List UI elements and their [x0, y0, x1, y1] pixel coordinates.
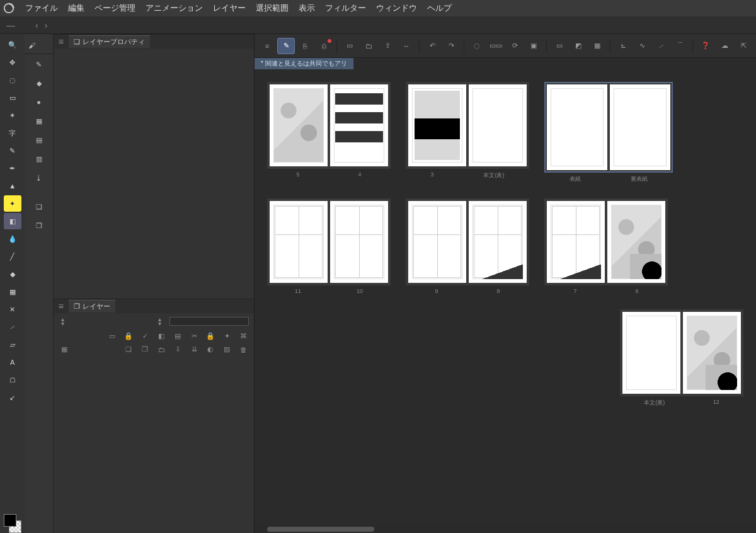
- subtool-tone-icon[interactable]: ▦: [30, 112, 49, 130]
- document-tab[interactable]: * 関連と見えるは共同でもアリ: [255, 58, 354, 69]
- page-thumbnail[interactable]: [610, 84, 670, 170]
- folder-icon[interactable]: 🗀: [156, 346, 167, 353]
- page-spread[interactable]: 54: [267, 82, 391, 183]
- text-mask-icon[interactable]: 字: [4, 125, 21, 141]
- app-logo-icon[interactable]: [3, 2, 15, 14]
- sel-rect-icon[interactable]: ▭: [551, 38, 568, 54]
- path-a-icon[interactable]: ⊾: [614, 38, 632, 54]
- chevron-left-icon[interactable]: ‹: [34, 19, 40, 32]
- page-spread[interactable]: 3本文(表): [406, 82, 529, 183]
- blend-icon[interactable]: 💧: [4, 231, 21, 247]
- open-folder-icon[interactable]: 🗀: [360, 38, 377, 54]
- frame-icon[interactable]: ▱: [4, 336, 21, 353]
- loading-icon[interactable]: ◌: [468, 38, 486, 54]
- blend-stepper[interactable]: ▴▾: [59, 317, 67, 326]
- gradient-icon[interactable]: ▦: [4, 284, 21, 300]
- path-b-icon[interactable]: ∿: [633, 38, 651, 54]
- menu-ファイル[interactable]: ファイル: [20, 1, 63, 15]
- edit-page-icon[interactable]: ✎: [277, 38, 295, 54]
- page-thumbnail[interactable]: [547, 84, 607, 170]
- list-icon[interactable]: ≡: [258, 38, 276, 54]
- opt-icon[interactable]: ▦: [588, 38, 606, 54]
- brush-icon[interactable]: ▲: [4, 178, 21, 194]
- mask-a-icon[interactable]: ▤: [172, 332, 183, 340]
- ref-icon[interactable]: ▭: [106, 332, 118, 340]
- opacity-slider[interactable]: [169, 317, 249, 326]
- color-swatch[interactable]: [4, 514, 21, 533]
- opacity-stepper[interactable]: ▴▾: [156, 317, 164, 326]
- menu-アニメーション[interactable]: アニメーション: [140, 1, 208, 15]
- subtool-film-icon[interactable]: ▥: [30, 150, 49, 168]
- menu-フィルター[interactable]: フィルター: [320, 1, 371, 15]
- lock2-icon[interactable]: 🔒: [205, 332, 216, 340]
- subtool-download-icon[interactable]: ⭳: [30, 169, 49, 186]
- line-icon[interactable]: ╱: [4, 248, 21, 265]
- marquee-icon[interactable]: ▭: [4, 89, 21, 106]
- page-thumbnail[interactable]: [270, 201, 328, 283]
- page-thumbnail[interactable]: [330, 84, 388, 166]
- eraser-icon[interactable]: ◧: [4, 213, 21, 229]
- subtool-block-icon[interactable]: ◆: [30, 74, 49, 92]
- pages-icon[interactable]: ▭▭: [487, 38, 505, 54]
- menu-ヘルプ[interactable]: ヘルプ: [422, 1, 457, 15]
- page-thumbnail[interactable]: [469, 201, 527, 283]
- crop-icon[interactable]: ▣: [525, 38, 542, 54]
- path-d-icon[interactable]: ⌒: [671, 38, 689, 54]
- layer-tab[interactable]: ❐ レイヤー: [69, 300, 115, 312]
- page-spread[interactable]: 1110: [267, 198, 391, 294]
- fill-sel-icon[interactable]: ◩: [570, 38, 587, 54]
- eyedropper-icon[interactable]: ✎: [4, 142, 21, 159]
- move-down-icon[interactable]: ⇩: [172, 345, 183, 353]
- panel-menu-icon[interactable]: ≡: [56, 301, 66, 311]
- menu-表示[interactable]: 表示: [294, 1, 320, 15]
- page-thumbnail[interactable]: [408, 84, 466, 166]
- subtool-soft-icon[interactable]: ●: [30, 93, 49, 111]
- page-thumbnail[interactable]: [683, 312, 741, 394]
- page-manager-view[interactable]: 543本文(表)表紙裏表紙11109876本文(裏)12: [255, 69, 756, 525]
- decoration-icon[interactable]: ✕: [4, 301, 21, 318]
- page-spread[interactable]: 98: [406, 198, 529, 294]
- halftone-icon[interactable]: ▨: [221, 345, 232, 353]
- menu-レイヤー[interactable]: レイヤー: [208, 1, 251, 15]
- sparkle-icon[interactable]: ✦: [4, 195, 21, 212]
- mask-b-icon[interactable]: ◐: [205, 345, 216, 353]
- cloud-icon[interactable]: ☁: [716, 38, 733, 54]
- sync-icon[interactable]: ⟳: [506, 38, 524, 54]
- binding-icon[interactable]: ⎙: [315, 38, 333, 54]
- page-thumbnail[interactable]: [408, 201, 466, 283]
- wand-icon[interactable]: ✶: [4, 107, 21, 123]
- dup-icon[interactable]: ❐: [139, 345, 151, 353]
- menu-選択範囲[interactable]: 選択範囲: [251, 1, 294, 15]
- panel-menu-icon[interactable]: ≡: [56, 37, 66, 47]
- subtool-panel-icon[interactable]: ▤: [30, 131, 49, 149]
- fill-icon[interactable]: ◆: [4, 266, 21, 282]
- ruler-icon[interactable]: ⟋: [4, 319, 21, 335]
- path-c-icon[interactable]: ⟋: [652, 38, 670, 54]
- subtool-layers-icon[interactable]: ❐: [30, 217, 49, 234]
- move-cube-icon[interactable]: ✥: [4, 54, 21, 71]
- link2-icon[interactable]: ⌘: [238, 332, 249, 340]
- check-a-icon[interactable]: ✓: [139, 332, 151, 340]
- page-thumbnail[interactable]: [270, 84, 328, 166]
- pen-icon[interactable]: ✒: [4, 160, 21, 176]
- export-icon[interactable]: ⇪: [379, 38, 396, 54]
- open-page-icon[interactable]: ▭: [341, 38, 358, 54]
- page-spread[interactable]: 76: [544, 198, 668, 294]
- redo-icon[interactable]: ↷: [442, 38, 460, 54]
- menu-編集[interactable]: 編集: [63, 1, 89, 15]
- subtool-brush-icon[interactable]: 🖌: [25, 37, 52, 54]
- page-thumbnail[interactable]: [622, 312, 680, 394]
- subtool-pen-icon[interactable]: ✎: [30, 55, 49, 73]
- menu-ページ管理[interactable]: ページ管理: [89, 1, 140, 15]
- arrows-icon[interactable]: ↔: [398, 38, 415, 54]
- panel-table-icon[interactable]: ▦: [59, 345, 70, 353]
- page-thumbnail[interactable]: [330, 201, 388, 283]
- page-thumbnail[interactable]: [607, 201, 665, 283]
- merge-icon[interactable]: ⇊: [188, 345, 200, 353]
- subtool-layers-add-icon[interactable]: ❏: [30, 198, 49, 215]
- new-layer-icon[interactable]: ❏: [123, 345, 134, 353]
- lock-icon[interactable]: 🔒: [123, 332, 134, 340]
- trash-icon[interactable]: 🗑: [238, 346, 249, 353]
- page-spread[interactable]: 表紙裏表紙: [544, 82, 673, 183]
- page-spread[interactable]: 本文(裏)12: [620, 309, 743, 407]
